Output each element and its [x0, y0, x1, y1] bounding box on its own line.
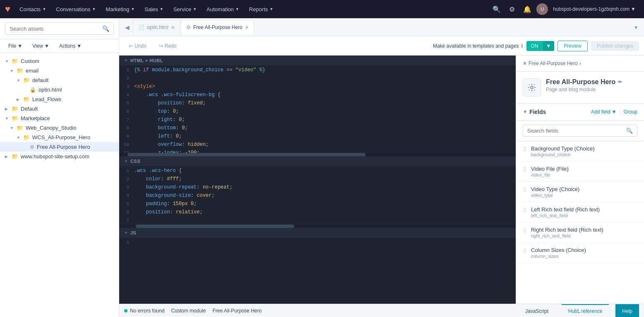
html-code-content[interactable]: 1 {% if module.background_choice == "vid… — [119, 66, 516, 153]
marketing-chevron: ▼ — [131, 7, 135, 11]
css-code-content[interactable]: 1 .wcs .wcs-hero { 2 color: #fff; 3 back… — [119, 167, 516, 225]
editor-toolbar: ↩ Undo ↪ Redo Make available in template… — [119, 36, 644, 56]
domain-selector[interactable]: hubspot-developers-1gzbqmh.com ▼ — [550, 5, 639, 14]
tree-item-default[interactable]: ▼ 📁 default — [0, 75, 119, 85]
file-button[interactable]: File ▼ — [5, 42, 26, 50]
field-info: Right Rich text field (Rich text) right_… — [531, 227, 637, 238]
tree-item-email[interactable]: ▼ 📁 email — [0, 66, 119, 75]
email-folder-icon: 📁 — [17, 68, 23, 74]
tree-item-lead-flows[interactable]: ▶ 📁 Lead_Flows — [0, 94, 119, 104]
html-hubl-header[interactable]: ▼ HTML + HUBL — [119, 56, 516, 66]
tab-free-hero-label: Free All-Purpose Hero — [193, 24, 243, 30]
fields-collapse-icon[interactable]: ▼ — [523, 109, 528, 115]
search-icon[interactable]: 🔍 — [489, 4, 504, 15]
field-item-left-rich-text[interactable]: ⠿ Left Rich text field (Rich text) left_… — [516, 202, 644, 223]
default-folder-icon: 📁 — [23, 77, 30, 83]
nav-sales[interactable]: Sales ▼ — [140, 5, 167, 14]
tree-item-hubspot-site[interactable]: ▶ 📁 www.hubspot-site-setup.com — [0, 152, 119, 161]
tab-free-hero[interactable]: ⚙ Free All-Purpose Hero ✕ — [181, 20, 254, 35]
info-icon[interactable]: ℹ — [521, 43, 523, 49]
custom-module-status[interactable]: Custom module — [171, 308, 206, 314]
help-tab[interactable]: Help — [615, 304, 639, 317]
tree-item-free-hero[interactable]: ▶ ⚙ Free All-Purpose Hero — [0, 142, 119, 152]
status-dot-green — [124, 309, 127, 312]
html-scrollbar[interactable] — [119, 153, 516, 156]
tree-item-default2[interactable]: ▶ 📁 Default — [0, 104, 119, 114]
field-item-column-sizes[interactable]: ⠿ Column Sizes (Choice) column_sizes — [516, 243, 644, 263]
hubspot-logo[interactable]: ♥ — [5, 4, 10, 15]
field-name: Video File (File) — [531, 166, 637, 172]
code-line: 6 position: relative; — [119, 208, 516, 216]
view-button[interactable]: View ▼ — [29, 42, 53, 50]
free-hero-status[interactable]: Free All-Purpose Hero — [212, 308, 262, 314]
collapse-panel-button[interactable]: ◀ — [123, 22, 132, 32]
js-section-header[interactable]: ▼ JS — [119, 228, 516, 238]
css-scrollbar[interactable] — [119, 225, 516, 228]
settings-icon[interactable]: ⚙ — [506, 4, 518, 15]
lead-flows-chevron: ▶ — [17, 97, 21, 102]
search-fields-icon[interactable]: 🔍 — [626, 128, 633, 134]
field-item-video-file[interactable]: ⠿ Video File (File) video_file — [516, 162, 644, 182]
nav-marketing[interactable]: Marketing ▼ — [101, 5, 139, 14]
field-key: video_type — [531, 193, 637, 198]
field-item-right-rich-text[interactable]: ⠿ Right Rich text field (Rich text) righ… — [516, 223, 644, 243]
no-errors-status[interactable]: No errors found — [124, 308, 164, 314]
js-code-content[interactable]: 1 — [119, 238, 516, 247]
field-item-video-type[interactable]: ⠿ Video Type (Choice) video_type — [516, 182, 644, 202]
tab-optin[interactable]: 📄 optin.html ✕ — [133, 20, 180, 35]
tree-item-custom[interactable]: ▼ 📁 Custom — [0, 56, 119, 66]
nav-reports[interactable]: Reports ▼ — [245, 5, 277, 14]
add-field-button[interactable]: Add field ▼ — [591, 109, 617, 115]
code-editor: ▼ HTML + HUBL 1 {% if module.background_… — [119, 56, 516, 304]
notifications-icon[interactable]: 🔔 — [520, 4, 535, 15]
css-section: ▼ CSS 1 .wcs .wcs-hero { 2 color: #fff; — [119, 156, 516, 228]
actions-button[interactable]: Actions ▼ — [56, 42, 85, 50]
user-avatar[interactable]: U — [536, 3, 548, 15]
nav-service[interactable]: Service ▼ — [169, 5, 201, 14]
field-item-background-type[interactable]: ⠿ Background Type (Choice) background_ch… — [516, 141, 644, 162]
nav-contacts[interactable]: Contacts ▼ — [15, 5, 50, 14]
undo-button[interactable]: ↩ Undo — [124, 41, 151, 51]
field-name: Video Type (Choice) — [531, 186, 637, 192]
breadcrumb-link[interactable]: ✕ Free All-Purpose Hero › — [523, 60, 581, 66]
redo-button[interactable]: ↪ Redo — [154, 41, 181, 51]
redo-icon: ↪ — [159, 43, 163, 49]
edit-module-name-icon[interactable]: ✏ — [618, 79, 622, 85]
wcs-chevron: ▼ — [17, 136, 21, 140]
close-breadcrumb-icon: ✕ — [523, 60, 527, 66]
javascript-tab[interactable]: JavaScript — [519, 304, 555, 317]
tree-item-label: Default — [21, 106, 115, 112]
sidebar-toolbar: File ▼ View ▼ Actions ▼ — [0, 39, 119, 53]
tab-more-button[interactable]: ▾ — [631, 22, 641, 32]
group-button[interactable]: Group — [620, 109, 637, 115]
tree-item-wcs-all[interactable]: ▼ 📁 WCS_All-Purpose_Hero — [0, 133, 119, 142]
nav-automation[interactable]: Automation ▼ — [202, 5, 243, 14]
field-name: Left Rich text field (Rich text) — [531, 206, 637, 213]
css-section-header[interactable]: ▼ CSS — [119, 156, 516, 167]
add-field-chevron-icon: ▼ — [612, 109, 617, 115]
code-line: 2 — [119, 74, 516, 82]
hubl-reference-tab[interactable]: HubL reference — [562, 304, 609, 317]
tree-item-label: Web_Canopy_Studio — [26, 125, 115, 131]
preview-button[interactable]: Preview — [557, 41, 588, 51]
optin-tab-close-icon[interactable]: ✕ — [171, 25, 175, 30]
field-info: Video File (File) video_file — [531, 166, 637, 177]
publish-button[interactable]: Publish changes — [591, 41, 639, 51]
file-tree: ▼ 📁 Custom ▼ 📁 email ▼ 📁 default ▶ 🔒 opt… — [0, 53, 119, 317]
free-hero-tab-close-icon[interactable]: ✕ — [245, 25, 249, 30]
code-line: 11 z-index: -100; — [119, 149, 516, 153]
search-fields-input[interactable] — [527, 128, 623, 134]
search-assets-icon[interactable]: 🔍 — [102, 25, 109, 32]
search-assets-input[interactable] — [10, 26, 99, 32]
tree-item-web-canopy[interactable]: ▼ 📁 Web_Canopy_Studio — [0, 123, 119, 133]
conversations-chevron: ▼ — [92, 7, 96, 11]
tree-item-optin[interactable]: ▶ 🔒 optin.html — [0, 85, 119, 94]
email-chevron: ▼ — [10, 69, 14, 73]
field-info: Left Rich text field (Rich text) left_ri… — [531, 206, 637, 218]
tabs-bar: ◀ 📄 optin.html ✕ ⚙ Free All-Purpose Hero… — [119, 18, 644, 36]
tree-item-marketplace[interactable]: ▼ 📁 Marketplace — [0, 114, 119, 123]
content-area: ◀ 📄 optin.html ✕ ⚙ Free All-Purpose Hero… — [119, 18, 644, 317]
toggle-available-button[interactable]: ON ▼ — [526, 41, 554, 51]
top-navigation: ♥ Contacts ▼ Conversations ▼ Marketing ▼… — [0, 0, 644, 18]
nav-conversations[interactable]: Conversations ▼ — [52, 5, 100, 14]
